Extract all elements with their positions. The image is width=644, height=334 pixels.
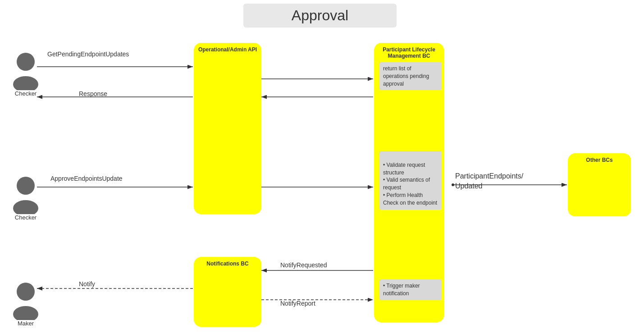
participant-lifecycle-label: Participant Lifecycle Management BC <box>379 43 439 61</box>
lbl-notify-report: NotifyReport <box>280 300 315 307</box>
svg-point-5 <box>13 306 38 320</box>
maker-label: Maker <box>18 320 34 327</box>
checker2-icon <box>12 176 39 214</box>
notifications-bc-box: Notifications BC <box>194 257 261 327</box>
lbl-approve: ApproveEndpointsUpdate <box>50 175 123 182</box>
notifications-bc-label: Notifications BC <box>203 257 252 269</box>
lbl-response: Response <box>79 90 107 97</box>
svg-point-3 <box>13 200 38 214</box>
svg-point-2 <box>17 177 35 195</box>
actor-checker1: Checker <box>10 52 41 97</box>
svg-point-4 <box>17 283 35 301</box>
actor-maker: Maker <box>10 282 41 327</box>
operational-api-box: Operational/Admin API <box>194 43 261 214</box>
dot-participant-updated <box>452 183 454 186</box>
maker-icon <box>12 282 39 320</box>
lbl-notify-requested: NotifyRequested <box>280 261 327 269</box>
other-bcs-box: Other BCs <box>568 153 631 216</box>
diagram-container: Approval Checker Checker Maker Operation… <box>0 0 644 334</box>
lbl-participant-updated: ParticipantEndpoints/ Updated <box>455 171 523 192</box>
checker1-icon <box>12 52 39 90</box>
note-validate: • Validate request structure • Valid sem… <box>379 151 442 210</box>
title-box: Approval <box>243 4 397 27</box>
other-bcs-label: Other BCs <box>582 153 616 165</box>
checker1-label: Checker <box>15 90 37 97</box>
lbl-notify: Notify <box>79 280 95 288</box>
operational-api-label: Operational/Admin API <box>195 43 260 55</box>
checker2-label: Checker <box>15 214 37 221</box>
svg-point-0 <box>17 53 35 71</box>
actor-checker2: Checker <box>10 176 41 221</box>
lbl-get-pending: GetPendingEndpointUpdates <box>47 50 129 58</box>
note-trigger: • Trigger maker notification <box>379 279 442 300</box>
note-pending: return list of operations pending approv… <box>379 62 442 90</box>
svg-point-1 <box>13 76 38 90</box>
page-title: Approval <box>252 7 388 24</box>
